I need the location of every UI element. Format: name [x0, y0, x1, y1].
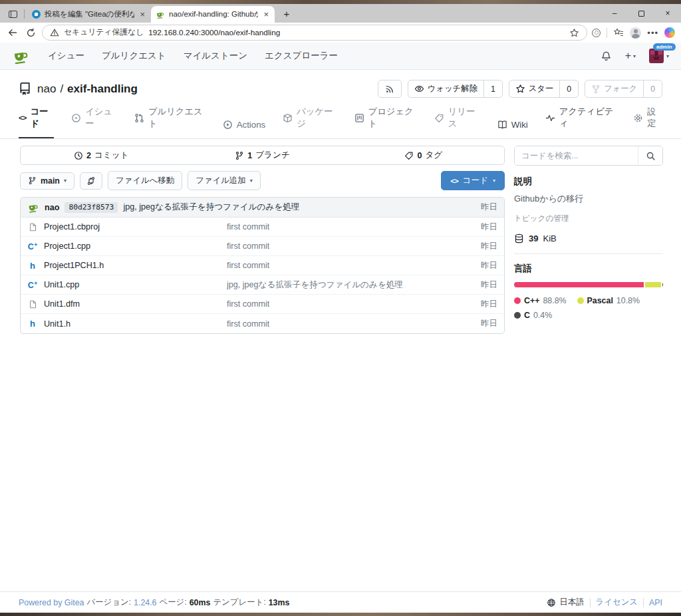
- file-name[interactable]: Unit1.dfm: [44, 299, 221, 309]
- tab-wiki[interactable]: Wiki: [497, 120, 528, 138]
- rss-button[interactable]: [378, 80, 402, 98]
- window-close-button[interactable]: ×: [654, 4, 681, 23]
- latest-commit-row[interactable]: nao 80d23f8573 jpg, jpegなる拡張子を持つファイルのみを処…: [21, 198, 504, 218]
- star-button[interactable]: スター 0: [509, 80, 579, 98]
- window-minimize-button[interactable]: –: [601, 4, 628, 23]
- file-row[interactable]: Project1.cbproj first commit 昨日: [21, 218, 504, 237]
- language-legend: C++88.8% Pascal10.8% C0.4%: [514, 296, 663, 320]
- code-search-input[interactable]: [515, 146, 638, 165]
- file-row[interactable]: Unit1.dfm first commit 昨日: [21, 295, 504, 314]
- star-label: スター: [529, 83, 553, 94]
- tab-projects[interactable]: プロジェクト: [354, 106, 417, 138]
- compare-button[interactable]: [80, 172, 102, 190]
- version-link[interactable]: 1.24.6: [134, 598, 156, 607]
- file-commit-message[interactable]: jpg, jpegなる拡張子を持つファイルのみを処理: [227, 279, 403, 291]
- language-legend-item[interactable]: Pascal10.8%: [577, 296, 640, 305]
- page-time: 60ms: [190, 598, 211, 607]
- commit-hash-badge[interactable]: 80d23f8573: [65, 202, 118, 213]
- favorite-star-icon[interactable]: [569, 28, 579, 38]
- add-file-button[interactable]: ファイル追加▾: [188, 171, 261, 190]
- new-tab-button[interactable]: +: [279, 5, 295, 21]
- navbar-item-explore[interactable]: エクスプローラー: [256, 50, 346, 62]
- language-legend-item[interactable]: C++88.8%: [514, 296, 567, 305]
- tab-close-icon[interactable]: [262, 10, 270, 19]
- browser-essentials-icon[interactable]: [592, 29, 601, 37]
- file-name[interactable]: Unit1.cpp: [44, 280, 221, 289]
- file-commit-message[interactable]: first commit: [227, 222, 269, 231]
- tab-packages[interactable]: パッケージ: [283, 106, 337, 138]
- file-name[interactable]: Project1PCH1.h: [44, 261, 221, 270]
- database-icon: [514, 233, 524, 243]
- refresh-button[interactable]: [24, 26, 37, 39]
- commit-author[interactable]: nao: [45, 203, 59, 212]
- address-bar[interactable]: セキュリティ保護なし 192.168.0.240:3000/nao/exif-h…: [42, 25, 587, 41]
- language-segment-cpp[interactable]: [514, 282, 644, 287]
- create-new-button[interactable]: +▾: [625, 50, 636, 62]
- browser-profile-icon[interactable]: [630, 27, 641, 39]
- file-row[interactable]: Project1.cpp first commit 昨日: [21, 237, 504, 256]
- file-row[interactable]: Project1PCH1.h first commit 昨日: [21, 256, 504, 275]
- file-commit-message[interactable]: first commit: [227, 319, 269, 329]
- back-button[interactable]: [6, 26, 19, 39]
- navbar-item-pull-requests[interactable]: プルリクエスト: [93, 50, 175, 62]
- file-commit-message[interactable]: first commit: [227, 261, 269, 270]
- branches-stat[interactable]: 1ブランチ: [182, 150, 342, 161]
- manage-topics-link[interactable]: トピックの管理: [514, 214, 663, 224]
- fork-button[interactable]: フォーク 0: [585, 80, 662, 98]
- tab-pull-requests[interactable]: プルリクエスト: [134, 106, 205, 138]
- tab-actions[interactable]: Actions: [223, 120, 266, 138]
- url-text[interactable]: 192.168.0.240:3000/nao/exif-handling: [148, 28, 565, 37]
- license-link[interactable]: ライセンス: [596, 597, 638, 608]
- tab-close-icon[interactable]: [138, 10, 146, 19]
- file-name[interactable]: Unit1.h: [44, 319, 221, 329]
- gitea-logo[interactable]: [12, 47, 30, 65]
- file-name[interactable]: Project1.cpp: [44, 241, 221, 251]
- tab-activity[interactable]: アクティビティ: [545, 106, 616, 138]
- goto-file-button[interactable]: ファイルへ移動: [108, 171, 182, 190]
- tags-stat[interactable]: 0タグ: [343, 150, 504, 161]
- star-count[interactable]: 0: [559, 80, 578, 97]
- navbar-item-issues[interactable]: イシュー: [39, 50, 93, 62]
- toolbar-divider: [607, 28, 607, 38]
- repo-owner-link[interactable]: nao: [37, 82, 56, 96]
- notifications-bell-icon[interactable]: [601, 51, 612, 62]
- user-menu[interactable]: admin ▾: [649, 49, 669, 63]
- tab-settings[interactable]: 設定: [633, 106, 662, 138]
- navbar-item-milestones[interactable]: マイルストーン: [175, 50, 256, 62]
- file-row[interactable]: Unit1.cpp jpg, jpegなる拡張子を持つファイルのみを処理 昨日: [21, 275, 504, 295]
- file-date: 昨日: [481, 299, 497, 310]
- chevron-down-icon: ▾: [64, 178, 67, 184]
- gitea-footer: Powered by Gitea バージョン: 1.24.6 ページ: 60ms…: [0, 591, 681, 613]
- favorites-bar-icon[interactable]: [613, 27, 624, 38]
- tab-issues[interactable]: イシュー: [71, 106, 117, 138]
- window-maximize-button[interactable]: [628, 4, 654, 23]
- browser-tab-blog[interactable]: 投稿を編集 "Giteaの便利な機能 M: [27, 6, 151, 23]
- fork-count[interactable]: 0: [643, 80, 662, 97]
- browser-tab-gitea[interactable]: nao/exif-handling: Githubからの移: [151, 6, 275, 23]
- language-segment-c[interactable]: [662, 282, 663, 287]
- api-link[interactable]: API: [649, 598, 662, 607]
- powered-by-gitea-link[interactable]: Powered by Gitea: [19, 598, 84, 607]
- file-commit-message[interactable]: first commit: [227, 241, 269, 251]
- code-search-button[interactable]: [638, 146, 662, 165]
- tab-actions-button[interactable]: [4, 6, 21, 22]
- language-selector[interactable]: 日本語: [547, 597, 584, 608]
- commits-stat[interactable]: 2コミット: [21, 150, 182, 161]
- tab-releases[interactable]: リリース: [434, 106, 480, 138]
- browser-menu-icon[interactable]: •••: [647, 28, 658, 38]
- code-download-button[interactable]: <>コード▾: [441, 171, 505, 190]
- branch-selector[interactable]: main▾: [20, 172, 74, 190]
- watch-button[interactable]: ウォッチ解除 1: [408, 80, 503, 98]
- tab-code[interactable]: <>コード: [19, 106, 54, 138]
- security-label[interactable]: セキュリティ保護なし: [64, 27, 144, 38]
- file-commit-message[interactable]: first commit: [227, 299, 269, 309]
- watch-count[interactable]: 1: [483, 80, 502, 97]
- file-name[interactable]: Project1.cbproj: [44, 222, 221, 231]
- tab-label: Actions: [237, 120, 266, 130]
- language-segment-pascal[interactable]: [645, 282, 661, 287]
- language-legend-item[interactable]: C0.4%: [514, 311, 552, 320]
- copilot-icon[interactable]: [664, 27, 675, 38]
- commit-message[interactable]: jpg, jpegなる拡張子を持つファイルのみを処理: [123, 202, 299, 213]
- repo-name-link[interactable]: exif-handling: [67, 82, 138, 96]
- file-row[interactable]: Unit1.h first commit 昨日: [21, 314, 504, 333]
